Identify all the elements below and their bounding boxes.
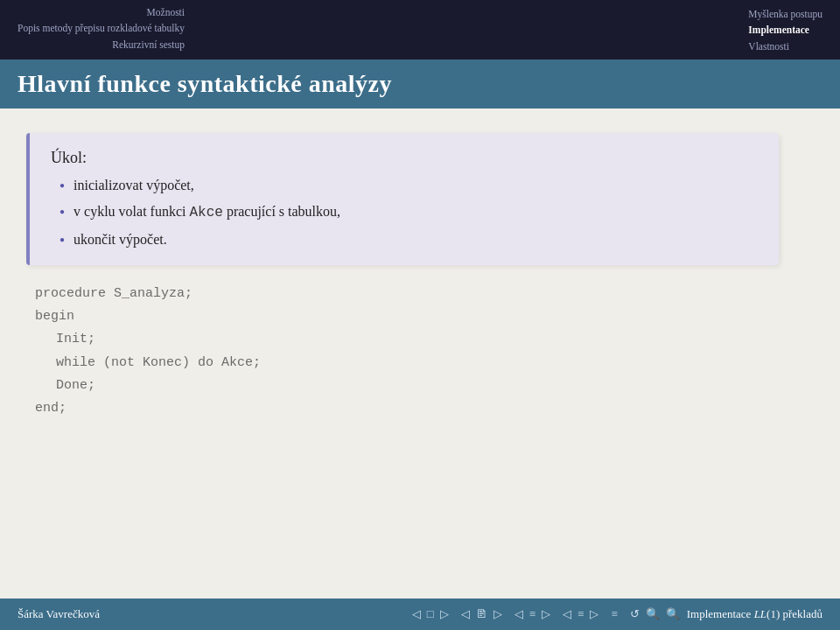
page-title: Hlavní funkce syntaktické analýzy [18,70,822,98]
footer: Šárka Vavrečková ◁ □ ▷ ◁ 🖹 ▷ ◁ ≡ ▷ ◁ ≡ ▷… [0,598,840,630]
nav-icon-15[interactable]: 🔍 [644,607,662,621]
nav-left: Možnosti Popis metody přepisu rozkladové… [18,5,185,52]
nav-icon-14[interactable]: ↺ [628,607,641,621]
nav-icon-10[interactable]: ◁ [561,607,573,621]
nav-icons: ◁ □ ▷ ◁ 🖹 ▷ ◁ ≡ ▷ ◁ ≡ ▷ ≡ ↺ 🔍 🔍 [410,607,682,621]
code-block: procedure S_analyza; begin Init; while (… [26,283,814,421]
footer-suffix: překladů [783,607,822,620]
nav-myslenko[interactable]: Myšlenka postupu [748,7,822,22]
nav-icon-2[interactable]: □ [425,607,436,621]
code-line-5: Done; [35,374,805,397]
task-heading: Úkol: [51,149,758,167]
nav-icon-1[interactable]: ◁ [410,607,423,621]
nav-icon-16[interactable]: 🔍 [664,607,682,621]
code-line-2: begin [35,305,805,328]
code-line-4: while (not Konec) do Akce; [35,352,805,374]
nav-icon-5[interactable]: 🖹 [474,607,489,621]
nav-item-3[interactable]: Rekurzivní sestup [112,38,185,52]
nav-vlastnosti[interactable]: Vlastnosti [748,39,822,54]
footer-label: Implementace [687,607,752,620]
nav-item-1[interactable]: Možnosti [147,5,185,20]
nav-right: Myšlenka postupu Implementace Vlastnosti [748,5,822,54]
nav-item-2[interactable]: Popis metody přepisu rozkladové tabulky [18,21,185,36]
nav-icon-13[interactable]: ≡ [609,607,619,621]
task-item-2-text: v cyklu volat funkci Akce pracující s ta… [74,202,340,222]
nav-icon-9[interactable]: ▷ [540,607,552,621]
nav-icon-4[interactable]: ◁ [459,607,472,621]
code-line-6: end; [35,397,805,420]
nav-icon-12[interactable]: ▷ [588,607,600,621]
footer-slide-info: Implementace LL(1) překladů [687,607,822,621]
top-navigation: Možnosti Popis metody přepisu rozkladové… [0,0,840,60]
footer-math: LL(1) [754,607,783,620]
main-content: Úkol: inicializovat výpočet, v cyklu vol… [0,108,840,438]
footer-right: ◁ □ ▷ ◁ 🖹 ▷ ◁ ≡ ▷ ◁ ≡ ▷ ≡ ↺ 🔍 🔍 Implemen… [410,607,822,621]
list-item: inicializovat výpočet, [60,176,758,195]
nav-icon-3[interactable]: ▷ [438,607,451,621]
footer-author: Šárka Vavrečková [18,607,100,621]
nav-implementace[interactable]: Implementace [748,23,822,38]
nav-icon-8[interactable]: ≡ [528,607,537,621]
task-item-3-text: ukončit výpočet. [74,230,167,249]
nav-icon-11[interactable]: ≡ [576,607,585,621]
list-item: ukončit výpočet. [60,230,758,249]
task-list: inicializovat výpočet, v cyklu volat fun… [51,176,758,249]
code-line-3: Init; [35,328,805,351]
task-box: Úkol: inicializovat výpočet, v cyklu vol… [26,133,779,265]
nav-icon-6[interactable]: ▷ [492,607,504,621]
task-item-1-text: inicializovat výpočet, [74,176,194,195]
nav-icon-7[interactable]: ◁ [513,607,525,621]
list-item: v cyklu volat funkci Akce pracující s ta… [60,202,758,222]
code-line-1: procedure S_analyza; [35,283,805,305]
title-bar: Hlavní funkce syntaktické analýzy [0,60,840,108]
akce-code: Akce [189,205,222,220]
